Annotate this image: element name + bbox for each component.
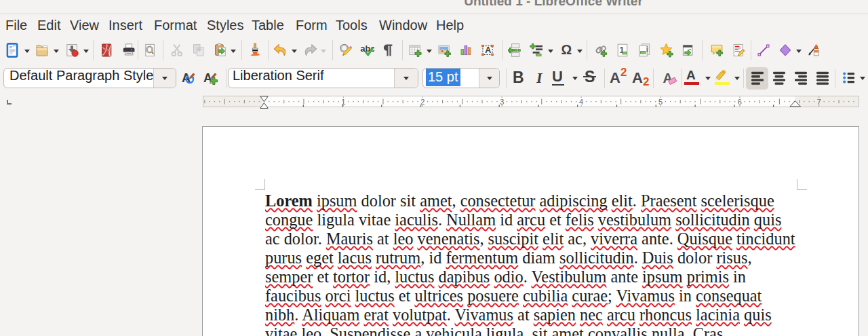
svg-text:7: 7	[817, 98, 821, 106]
svg-text:5: 5	[658, 98, 663, 106]
svg-text:A: A	[485, 45, 491, 55]
svg-text:6: 6	[738, 98, 742, 106]
svg-text:Ω: Ω	[561, 43, 572, 57]
svg-text:1: 1	[341, 98, 345, 106]
svg-text:2: 2	[420, 98, 425, 106]
svg-text:3: 3	[500, 98, 504, 106]
svg-text:4: 4	[579, 98, 583, 106]
